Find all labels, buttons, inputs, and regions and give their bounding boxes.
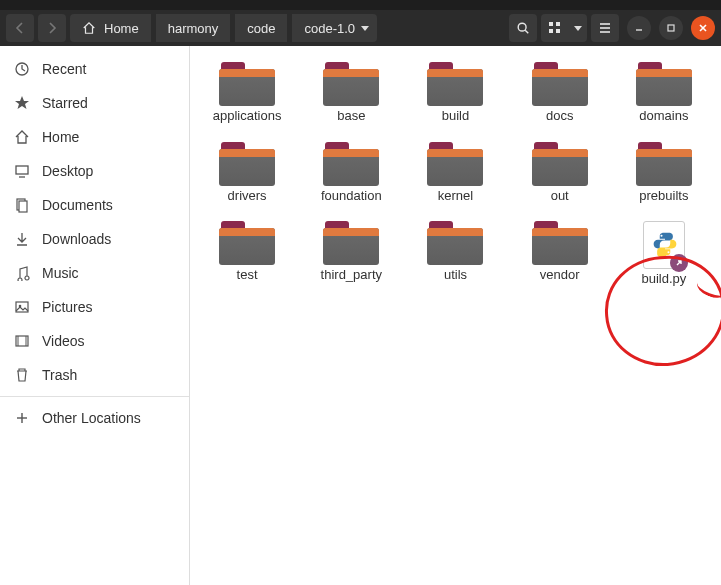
downloads-icon xyxy=(14,231,30,247)
item-label: prebuilts xyxy=(639,188,688,204)
folder-item[interactable]: utils xyxy=(406,217,504,291)
sidebar-item-other-locations[interactable]: Other Locations xyxy=(0,401,189,435)
window-minimize-button[interactable] xyxy=(627,16,651,40)
sidebar-item-label: Other Locations xyxy=(42,410,141,426)
documents-icon xyxy=(14,197,30,213)
item-label: foundation xyxy=(321,188,382,204)
folder-icon xyxy=(323,142,379,186)
sidebar-item-downloads[interactable]: Downloads xyxy=(0,222,189,256)
sidebar-item-pictures[interactable]: Pictures xyxy=(0,290,189,324)
svg-rect-5 xyxy=(556,29,560,33)
window-close-button[interactable] xyxy=(691,16,715,40)
folder-icon xyxy=(636,142,692,186)
folder-icon xyxy=(219,221,275,265)
folder-item[interactable]: vendor xyxy=(511,217,609,291)
folder-icon xyxy=(323,62,379,106)
chevron-down-icon xyxy=(361,26,369,31)
item-label: build xyxy=(442,108,469,124)
music-icon xyxy=(14,265,30,281)
folder-item[interactable]: kernel xyxy=(406,138,504,208)
view-switcher[interactable] xyxy=(541,14,587,42)
sidebar-item-recent[interactable]: Recent xyxy=(0,52,189,86)
folder-item[interactable]: prebuilts xyxy=(615,138,713,208)
item-label: test xyxy=(237,267,258,283)
clock-icon xyxy=(14,61,30,77)
folder-item[interactable]: build xyxy=(406,58,504,128)
svg-rect-18 xyxy=(16,302,28,312)
breadcrumb-home-label: Home xyxy=(104,21,139,36)
folder-item[interactable]: third_party xyxy=(302,217,400,291)
trash-icon xyxy=(14,367,30,383)
file-item[interactable]: build.py xyxy=(615,217,713,291)
breadcrumb-code[interactable]: code xyxy=(235,14,287,42)
sidebar: Recent Starred Home Desktop Documents Do… xyxy=(0,46,190,585)
nav-forward-button[interactable] xyxy=(38,14,66,42)
svg-rect-14 xyxy=(16,166,28,174)
item-label: utils xyxy=(444,267,467,283)
svg-rect-17 xyxy=(19,201,27,212)
svg-point-25 xyxy=(660,235,662,237)
sidebar-item-desktop[interactable]: Desktop xyxy=(0,154,189,188)
folder-item[interactable]: docs xyxy=(511,58,609,128)
sidebar-separator xyxy=(0,396,189,397)
folder-icon xyxy=(219,142,275,186)
sidebar-item-label: Documents xyxy=(42,197,113,213)
file-view[interactable]: applicationsbasebuilddocsdomainsdriversf… xyxy=(190,46,721,585)
folder-icon xyxy=(636,62,692,106)
folder-icon xyxy=(427,62,483,106)
hamburger-menu-button[interactable] xyxy=(591,14,619,42)
item-label: drivers xyxy=(228,188,267,204)
folder-icon xyxy=(219,62,275,106)
sidebar-item-label: Desktop xyxy=(42,163,93,179)
sidebar-item-home[interactable]: Home xyxy=(0,120,189,154)
folder-item[interactable]: applications xyxy=(198,58,296,128)
sidebar-item-documents[interactable]: Documents xyxy=(0,188,189,222)
item-label: base xyxy=(337,108,365,124)
desktop-icon xyxy=(14,163,30,179)
sidebar-item-label: Starred xyxy=(42,95,88,111)
folder-icon xyxy=(427,221,483,265)
home-icon xyxy=(82,21,96,35)
icon-view-button[interactable] xyxy=(541,14,569,42)
folder-icon xyxy=(532,142,588,186)
view-options-dropdown[interactable] xyxy=(569,14,587,42)
folder-item[interactable]: test xyxy=(198,217,296,291)
svg-rect-2 xyxy=(549,22,553,26)
svg-rect-10 xyxy=(668,25,674,31)
breadcrumb-home[interactable]: Home xyxy=(70,14,151,42)
item-label: docs xyxy=(546,108,573,124)
window-maximize-button[interactable] xyxy=(659,16,683,40)
item-label: vendor xyxy=(540,267,580,283)
symlink-badge-icon xyxy=(670,254,688,272)
sidebar-item-trash[interactable]: Trash xyxy=(0,358,189,392)
item-label: domains xyxy=(639,108,688,124)
nav-back-button[interactable] xyxy=(6,14,34,42)
folder-item[interactable]: base xyxy=(302,58,400,128)
sidebar-item-label: Trash xyxy=(42,367,77,383)
sidebar-item-music[interactable]: Music xyxy=(0,256,189,290)
breadcrumb-harmony[interactable]: harmony xyxy=(156,14,231,42)
titlebar xyxy=(0,0,721,10)
svg-rect-4 xyxy=(549,29,553,33)
sidebar-item-starred[interactable]: Starred xyxy=(0,86,189,120)
breadcrumb-current[interactable]: code-1.0 xyxy=(292,14,377,42)
sidebar-item-label: Pictures xyxy=(42,299,93,315)
folder-item[interactable]: foundation xyxy=(302,138,400,208)
folder-item[interactable]: domains xyxy=(615,58,713,128)
item-label: applications xyxy=(213,108,282,124)
item-label: out xyxy=(551,188,569,204)
folder-icon xyxy=(323,221,379,265)
sidebar-item-label: Home xyxy=(42,129,79,145)
plus-icon xyxy=(14,410,30,426)
folder-icon xyxy=(532,221,588,265)
svg-line-1 xyxy=(525,30,528,33)
pictures-icon xyxy=(14,299,30,315)
folder-item[interactable]: drivers xyxy=(198,138,296,208)
toolbar: Home harmony code code-1.0 xyxy=(0,10,721,46)
folder-item[interactable]: out xyxy=(511,138,609,208)
sidebar-item-label: Music xyxy=(42,265,79,281)
sidebar-item-videos[interactable]: Videos xyxy=(0,324,189,358)
folder-icon xyxy=(532,62,588,106)
sidebar-item-label: Downloads xyxy=(42,231,111,247)
search-button[interactable] xyxy=(509,14,537,42)
